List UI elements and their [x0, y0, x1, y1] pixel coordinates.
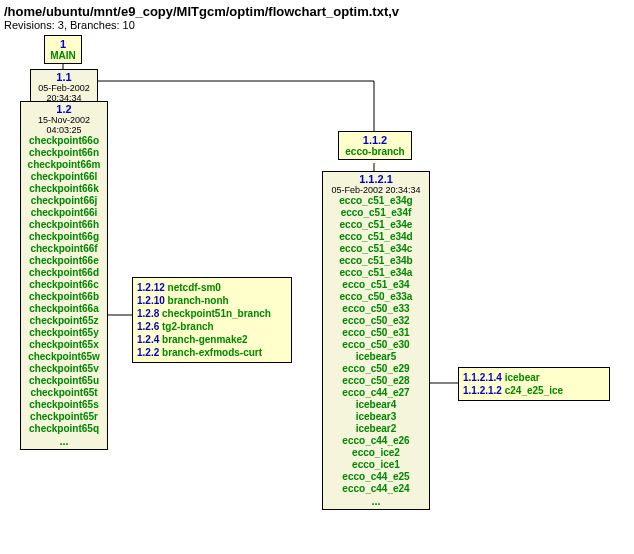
node-1-2-branches[interactable]: 1.2.12 netcdf-sm01.2.10 branch-nonh1.2.8…	[132, 277, 292, 363]
tree-canvas: 1 MAIN 1.1 05-Feb-2002 20:34:34 1.2 15-N…	[4, 35, 630, 554]
tag: checkpoint66b	[22, 291, 106, 303]
tag-list: ecco_c51_e34gecco_c51_e34fecco_c51_e34ee…	[324, 195, 428, 495]
tag: ecco_c51_e34g	[324, 195, 428, 207]
tag: checkpoint66m	[22, 159, 106, 171]
branch-name: c24_e25_ice	[502, 385, 563, 396]
tag: ecco_c50_e30	[324, 339, 428, 351]
rev-number: 1.1.2.1	[324, 173, 428, 185]
branch-number: 1.2.2	[137, 347, 159, 358]
tag: ecco_c44_e24	[324, 483, 428, 495]
branch-name: checkpoint51n_branch	[159, 308, 271, 319]
file-path: /home/ubuntu/mnt/e9_copy/MITgcm/optim/fl…	[4, 4, 634, 19]
tag: checkpoint65z	[22, 315, 106, 327]
tag: checkpoint66e	[22, 255, 106, 267]
branch-entry: 1.2.12 netcdf-sm0	[137, 281, 287, 294]
tag: checkpoint66k	[22, 183, 106, 195]
tag: ecco_c50_e32	[324, 315, 428, 327]
tag: checkpoint65u	[22, 375, 106, 387]
node-root[interactable]: 1 MAIN	[44, 35, 82, 64]
rev-number: 1	[47, 38, 79, 50]
branch-number: 1.2.6	[137, 321, 159, 332]
rev-date: 05-Feb-2002 20:34:34	[32, 83, 96, 103]
more-dots: ...	[22, 435, 106, 447]
tag: ecco_c51_e34e	[324, 219, 428, 231]
node-side-branches[interactable]: 1.1.2.1.4 icebear1.1.2.1.2 c24_e25_ice	[458, 367, 610, 401]
node-ecco-branch[interactable]: 1.1.2 ecco-branch	[338, 131, 412, 160]
tag: ecco_c51_e34c	[324, 243, 428, 255]
branch-number: 1.1.2.1.2	[463, 385, 502, 396]
branch-number: 1.1.2.1.4	[463, 372, 502, 383]
tag: checkpoint66d	[22, 267, 106, 279]
branch-number: 1.2.10	[137, 295, 165, 306]
revision-count: Revisions: 3, Branches: 10	[4, 19, 634, 31]
tag: checkpoint65s	[22, 399, 106, 411]
tag: checkpoint66g	[22, 231, 106, 243]
tag: ecco_ice2	[324, 447, 428, 459]
tag: ecco_c51_e34b	[324, 255, 428, 267]
tag: ecco_c44_e27	[324, 387, 428, 399]
tag: checkpoint66j	[22, 195, 106, 207]
branch-number: 1.2.12	[137, 282, 165, 293]
tag: ecco_c50_e31	[324, 327, 428, 339]
branch-name: branch-exfmods-curt	[159, 347, 262, 358]
branch-entry: 1.2.2 branch-exfmods-curt	[137, 346, 287, 359]
branch-list: 1.2.12 netcdf-sm01.2.10 branch-nonh1.2.8…	[137, 281, 287, 359]
tag: ecco_c51_e34d	[324, 231, 428, 243]
tag: checkpoint65y	[22, 327, 106, 339]
branch-entry: 1.1.2.1.2 c24_e25_ice	[463, 384, 605, 397]
tag: checkpoint65v	[22, 363, 106, 375]
node-1-1-2-1[interactable]: 1.1.2.1 05-Feb-2002 20:34:34 ecco_c51_e3…	[322, 171, 430, 510]
branch-label: ecco-branch	[341, 146, 409, 157]
tag: ecco_c51_e34	[324, 279, 428, 291]
rev-number: 1.1	[32, 71, 96, 83]
branch-name: icebear	[502, 372, 540, 383]
branch-number: 1.2.4	[137, 334, 159, 345]
branch-entry: 1.2.6 tg2-branch	[137, 320, 287, 333]
rev-date: 15-Nov-2002 04:03:25	[22, 115, 106, 135]
node-1-1[interactable]: 1.1 05-Feb-2002 20:34:34	[30, 69, 98, 105]
tag: checkpoint65q	[22, 423, 106, 435]
branch-entry: 1.2.8 checkpoint51n_branch	[137, 307, 287, 320]
tag: checkpoint66f	[22, 243, 106, 255]
tag: icebear2	[324, 423, 428, 435]
tag: ecco_c51_e34f	[324, 207, 428, 219]
rev-number: 1.2	[22, 103, 106, 115]
tag: checkpoint66a	[22, 303, 106, 315]
branch-name: branch-nonh	[165, 295, 229, 306]
tag: checkpoint66o	[22, 135, 106, 147]
rev-date: 05-Feb-2002 20:34:34	[324, 185, 428, 195]
tag: icebear5	[324, 351, 428, 363]
tag: checkpoint66l	[22, 171, 106, 183]
tag: checkpoint66h	[22, 219, 106, 231]
tag: ecco_c50_e28	[324, 375, 428, 387]
branch-name: tg2-branch	[159, 321, 213, 332]
branch-label: MAIN	[47, 50, 79, 61]
tag: checkpoint66i	[22, 207, 106, 219]
tag-list: checkpoint66ocheckpoint66ncheckpoint66mc…	[22, 135, 106, 435]
tag: checkpoint66n	[22, 147, 106, 159]
branch-entry: 1.2.4 branch-genmake2	[137, 333, 287, 346]
tag: ecco_c50_e33a	[324, 291, 428, 303]
tag: checkpoint65t	[22, 387, 106, 399]
tag: checkpoint65r	[22, 411, 106, 423]
tag: ecco_c50_e29	[324, 363, 428, 375]
tag: icebear3	[324, 411, 428, 423]
tag: ecco_ice1	[324, 459, 428, 471]
node-1-2[interactable]: 1.2 15-Nov-2002 04:03:25 checkpoint66och…	[20, 101, 108, 450]
branch-name: branch-genmake2	[159, 334, 247, 345]
tag: checkpoint65w	[22, 351, 106, 363]
tag: icebear4	[324, 399, 428, 411]
branch-number: 1.2.8	[137, 308, 159, 319]
tag: checkpoint65x	[22, 339, 106, 351]
tag: ecco_c51_e34a	[324, 267, 428, 279]
tag: ecco_c44_e25	[324, 471, 428, 483]
more-dots: ...	[324, 495, 428, 507]
branch-entry: 1.2.10 branch-nonh	[137, 294, 287, 307]
tag: ecco_c44_e26	[324, 435, 428, 447]
branch-name: netcdf-sm0	[165, 282, 221, 293]
branch-entry: 1.1.2.1.4 icebear	[463, 371, 605, 384]
rev-number: 1.1.2	[341, 134, 409, 146]
tag: ecco_c50_e33	[324, 303, 428, 315]
tag: checkpoint66c	[22, 279, 106, 291]
branch-list: 1.1.2.1.4 icebear1.1.2.1.2 c24_e25_ice	[463, 371, 605, 397]
